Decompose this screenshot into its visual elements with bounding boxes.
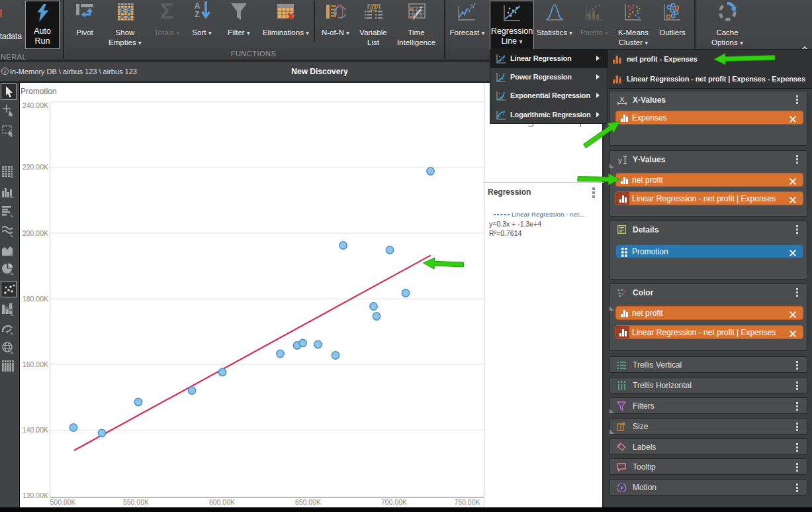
- svg-text:220.00K: 220.00K: [23, 163, 48, 171]
- svg-text:@: @: [370, 3, 379, 12]
- svg-text:y: y: [618, 156, 622, 164]
- svg-text:700.00K: 700.00K: [381, 498, 407, 506]
- svg-text:140.00K: 140.00K: [23, 426, 48, 434]
- svg-text:750.00K: 750.00K: [454, 498, 480, 506]
- svg-text:120.00K: 120.00K: [23, 491, 48, 499]
- svg-text:500.00K: 500.00K: [50, 498, 76, 506]
- svg-text:550.00K: 550.00K: [123, 498, 149, 506]
- svg-text:X: X: [619, 96, 625, 103]
- svg-text:240.00K: 240.00K: [23, 101, 48, 109]
- svg-text:180.00K: 180.00K: [23, 295, 48, 303]
- svg-text:200.00K: 200.00K: [23, 229, 48, 237]
- svg-text:650.00K: 650.00K: [295, 498, 321, 506]
- svg-text:600.00K: 600.00K: [209, 498, 235, 506]
- svg-text:160.00K: 160.00K: [23, 360, 48, 368]
